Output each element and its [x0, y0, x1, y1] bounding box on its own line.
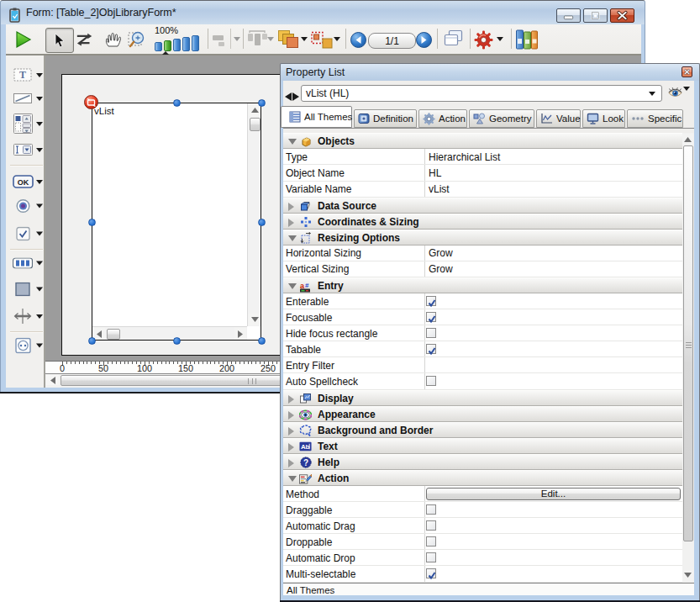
- property-value[interactable]: vList: [429, 183, 450, 195]
- vlist-horizontal-scrollbar[interactable]: [92, 326, 247, 340]
- property-checkbox[interactable]: [426, 504, 436, 515]
- property-value[interactable]: Grow: [429, 247, 453, 259]
- listbox-tool-dropdown-arrow[interactable]: [36, 122, 43, 126]
- pl-scroll-down-button[interactable]: [682, 570, 693, 581]
- section-background-and-border[interactable]: Background and Border: [283, 422, 682, 438]
- property-checkbox[interactable]: [426, 328, 436, 338]
- property-list-titlebar[interactable]: Property List: [281, 64, 699, 81]
- plugin-area-tool[interactable]: [11, 338, 48, 354]
- expand-triangle-icon[interactable]: [288, 411, 294, 420]
- text-tool[interactable]: T: [11, 68, 48, 82]
- vlist-hscroll-thumb[interactable]: [107, 329, 120, 340]
- section-help[interactable]: ? Help: [283, 454, 682, 470]
- canvas-scroll-left-button[interactable]: [46, 375, 59, 385]
- combobox-tool-dropdown-arrow[interactable]: [36, 148, 43, 152]
- rectangle-tool[interactable]: [11, 283, 48, 297]
- property-checkbox[interactable]: [426, 536, 436, 547]
- button-grid-tool[interactable]: [11, 258, 48, 269]
- radio-button-tool-dropdown-arrow[interactable]: [36, 204, 43, 209]
- vlist-scroll-right-button[interactable]: [234, 328, 246, 340]
- next-page-button[interactable]: [416, 32, 432, 48]
- property-checkbox[interactable]: [426, 552, 436, 562]
- maximize-button[interactable]: [583, 8, 608, 23]
- selection-handle[interactable]: [88, 219, 96, 226]
- splitter-tool[interactable]: [11, 308, 48, 325]
- property-checkbox-checked[interactable]: [426, 296, 436, 306]
- tab-specific[interactable]: Specific: [627, 109, 683, 128]
- level-button[interactable]: [278, 30, 299, 49]
- zoom-bars[interactable]: [155, 35, 205, 51]
- vlist-vertical-scrollbar[interactable]: [247, 103, 261, 326]
- object-method-badge[interactable]: [84, 95, 98, 109]
- pl-scroll-up-button[interactable]: [682, 134, 693, 145]
- tab-look[interactable]: Look: [582, 109, 625, 128]
- vlist-object[interactable]: vList: [92, 103, 261, 341]
- distribute-button[interactable]: [246, 30, 268, 48]
- page-indicator[interactable]: 1/1: [368, 33, 416, 49]
- expand-triangle-icon[interactable]: [288, 459, 294, 467]
- collapse-triangle-icon[interactable]: [288, 139, 297, 145]
- form-windows-button[interactable]: [442, 29, 465, 50]
- expand-triangle-icon[interactable]: [288, 203, 294, 211]
- selection-handle[interactable]: [88, 337, 96, 345]
- section-text[interactable]: Ab Text: [283, 438, 682, 454]
- property-checkbox-checked[interactable]: [426, 344, 436, 354]
- tab-value[interactable]: Value: [536, 109, 581, 128]
- previous-object-button[interactable]: [285, 89, 292, 104]
- property-checkbox-checked[interactable]: [426, 568, 436, 578]
- show-options-eye-button[interactable]: [668, 87, 682, 103]
- section-data-source[interactable]: Data Source: [283, 198, 682, 214]
- selection-handle[interactable]: [258, 219, 266, 226]
- selection-handle[interactable]: [258, 99, 266, 107]
- section-coordinates-sizing[interactable]: Coordinates & Sizing: [283, 214, 682, 230]
- property-value[interactable]: Hierarchical List: [429, 151, 500, 163]
- button-tool[interactable]: OK: [11, 175, 48, 188]
- splitter-tool-dropdown-arrow[interactable]: [36, 314, 43, 319]
- property-list-close-button[interactable]: [682, 66, 692, 77]
- line-tool-dropdown-arrow[interactable]: [36, 97, 43, 101]
- selection-handle[interactable]: [173, 99, 181, 107]
- close-button[interactable]: [610, 8, 634, 23]
- object-actions-button[interactable]: [474, 30, 493, 50]
- button-tool-dropdown-arrow[interactable]: [36, 180, 43, 184]
- vlist-scroll-down-button[interactable]: [249, 314, 261, 325]
- align-dropdown-arrow[interactable]: [234, 37, 240, 41]
- previous-page-button[interactable]: [350, 32, 366, 48]
- align-button[interactable]: [212, 34, 229, 47]
- collapse-triangle-icon[interactable]: [288, 235, 297, 241]
- tab-action[interactable]: Action: [418, 109, 467, 128]
- checkbox-tool-dropdown-arrow[interactable]: [36, 232, 43, 236]
- eye-dropdown-arrow[interactable]: [683, 91, 690, 106]
- select-tool-button[interactable]: [45, 28, 74, 53]
- expand-triangle-icon[interactable]: [288, 443, 294, 452]
- actions-dropdown-arrow[interactable]: [497, 37, 503, 41]
- distribute-dropdown-arrow[interactable]: [267, 37, 274, 41]
- radio-button-tool[interactable]: [11, 199, 48, 214]
- selection-handle[interactable]: [173, 337, 181, 345]
- section-objects[interactable]: Objects: [283, 133, 682, 149]
- tab-geometry[interactable]: Geometry: [469, 109, 534, 128]
- section-resizing-options[interactable]: Resizing Options: [283, 230, 682, 246]
- section-appearance[interactable]: Appearance: [283, 406, 682, 422]
- property-checkbox[interactable]: [426, 520, 436, 531]
- section-entry[interactable]: a# Entry: [283, 277, 682, 293]
- minimize-button[interactable]: [556, 8, 581, 23]
- section-display[interactable]: Display: [283, 390, 682, 406]
- plugin-area-tool-dropdown-arrow[interactable]: [36, 344, 43, 348]
- button-grid-tool-dropdown-arrow[interactable]: [36, 261, 43, 266]
- section-action[interactable]: Action: [283, 470, 682, 486]
- collapse-triangle-icon[interactable]: [288, 283, 297, 289]
- property-value[interactable]: Grow: [429, 263, 453, 275]
- rectangle-tool-dropdown-arrow[interactable]: [36, 288, 43, 292]
- tab-all-themes[interactable]: All Themes: [281, 106, 352, 128]
- selection-handle[interactable]: [258, 337, 266, 345]
- text-tool-dropdown-arrow[interactable]: [36, 73, 43, 77]
- property-value[interactable]: HL: [429, 167, 441, 179]
- level-dropdown-arrow[interactable]: [301, 37, 308, 41]
- expand-triangle-icon[interactable]: [288, 427, 294, 436]
- checkbox-tool[interactable]: [11, 227, 48, 241]
- duplicate-dropdown-arrow[interactable]: [334, 37, 340, 41]
- object-selector-dropdown[interactable]: vList (HL): [301, 85, 662, 102]
- line-tool[interactable]: [11, 93, 48, 103]
- expand-triangle-icon[interactable]: [288, 219, 294, 227]
